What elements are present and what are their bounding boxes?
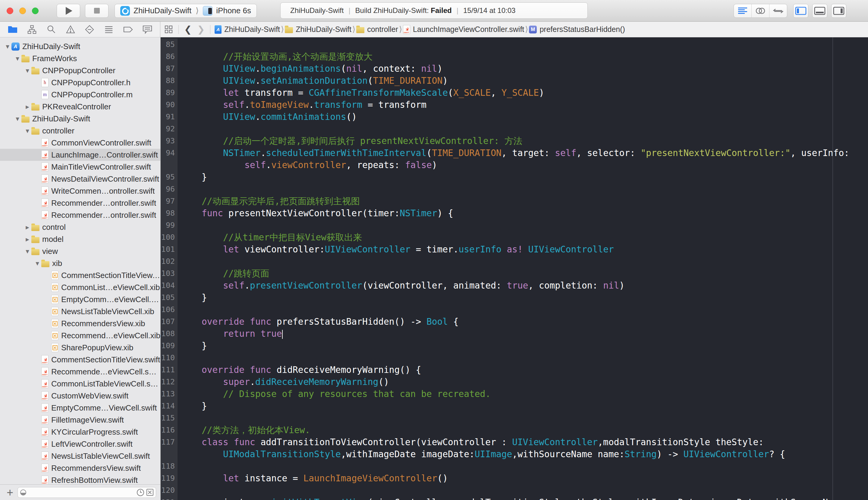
tree-row[interactable]: CommentSectionTitleView.xib (0, 269, 160, 281)
go-forward-button[interactable]: ❯ (196, 24, 206, 35)
code-line[interactable]: 91 UIView.commitAnimations() (160, 111, 868, 123)
tree-row[interactable]: ▾ xib (0, 257, 160, 269)
tree-row[interactable]: ▾ controller (0, 125, 160, 137)
code-line[interactable]: 115 (160, 412, 868, 424)
recent-files-icon[interactable] (137, 489, 144, 496)
tree-row[interactable]: Recommend…eViewCell.xib (0, 330, 160, 342)
tree-row[interactable]: SWIFT Recommender…ontroller.swift (0, 197, 160, 209)
filter-input[interactable] (29, 488, 134, 497)
tree-row[interactable]: SWIFT NewsDetailViewController.swift (0, 173, 160, 185)
code-area[interactable]: 8586 //开始设置动画,这个动画是渐变放大87 UIView.beginAn… (160, 37, 868, 500)
disclosure-triangle[interactable]: ▾ (33, 259, 41, 268)
assistant-editor-button[interactable] (752, 4, 769, 18)
code-line[interactable]: self.viewController, repeats: false) (160, 159, 868, 171)
zoom-button[interactable] (32, 8, 38, 14)
tree-row[interactable]: SWIFT CommonViewController.swift (0, 137, 160, 149)
line-number[interactable]: 105 (160, 292, 178, 304)
line-number[interactable]: 106 (160, 304, 178, 316)
code-line[interactable]: 90 self.toImageView.transform = transfor… (160, 99, 868, 111)
disclosure-triangle[interactable]: ▾ (13, 115, 21, 123)
tree-row[interactable]: SWIFT LeftViewController.swift (0, 438, 160, 450)
code-line[interactable]: 116 //类方法，初始化本View. (160, 424, 868, 436)
tree-row[interactable]: ▾ view (0, 245, 160, 257)
code-line[interactable]: 85 (160, 38, 868, 50)
code-line[interactable]: UIModalTransitionStyle,withImageDate ima… (160, 448, 868, 460)
line-number[interactable]: 91 (160, 111, 178, 123)
tree-row[interactable]: ▾ A ZhiHuDaily-Swift (0, 41, 160, 53)
code-line[interactable]: 105 } (160, 292, 868, 304)
line-number[interactable]: 109 (160, 340, 178, 352)
scheme-selector[interactable]: ZhiHuDaily-Swift ⟩ iPhone 6s (114, 4, 257, 18)
tree-row[interactable]: CommonList…eViewCell.xib (0, 281, 160, 293)
code-line[interactable]: 120 (160, 484, 868, 496)
minimize-button[interactable] (19, 8, 26, 14)
breadcrumb-item[interactable]: MprefersStatusBarHidden() (529, 25, 625, 34)
tree-row[interactable]: NewsListTableViewCell.xib (0, 305, 160, 317)
toggle-navigator-button[interactable] (793, 4, 808, 18)
line-number[interactable]: 98 (160, 207, 178, 219)
tree-row[interactable]: SWIFT Recommende…eViewCell.swift (0, 366, 160, 378)
line-number[interactable]: 113 (160, 388, 178, 400)
code-line[interactable]: 92 (160, 123, 868, 135)
disclosure-triangle[interactable]: ▾ (23, 127, 31, 135)
search-navigator-tab[interactable] (46, 24, 57, 35)
line-number[interactable]: 104 (160, 280, 178, 292)
line-number[interactable]: 90 (160, 99, 178, 111)
line-number[interactable]: 85 (160, 38, 178, 50)
code-line[interactable]: 89 let transform = CGAffineTransformMake… (160, 87, 868, 99)
line-number[interactable]: 96 (160, 183, 178, 195)
filter-field[interactable] (18, 487, 156, 498)
line-number[interactable]: 111 (160, 364, 178, 376)
line-number[interactable]: 99 (160, 219, 178, 231)
code-line[interactable]: 108 return true (160, 328, 868, 340)
code-line[interactable]: 119 let instance = LaunchImageViewContro… (160, 472, 868, 484)
breadcrumb-item[interactable]: SWIFTLaunchImageViewController.swift (403, 25, 524, 34)
tree-row[interactable]: SWIFT CustomWebView.swift (0, 390, 160, 402)
code-line[interactable]: 109 } (160, 340, 868, 352)
breadcrumb-item[interactable]: controller (356, 25, 398, 34)
line-number[interactable]: 102 (160, 255, 178, 268)
line-number[interactable]: 94 (160, 147, 178, 159)
line-number[interactable]: 92 (160, 123, 178, 135)
code-line[interactable]: 87 UIView.beginAnimations(nil, context: … (160, 62, 868, 75)
code-line[interactable]: 100 //从timer中把目标View获取出来 (160, 231, 868, 243)
tree-row[interactable]: ▸ control (0, 221, 160, 233)
line-number[interactable]: 121 (160, 496, 178, 500)
line-number[interactable]: 97 (160, 195, 178, 207)
code-line[interactable]: 102 (160, 255, 868, 268)
tree-row[interactable]: SWIFT NewsListTableViewCell.swift (0, 450, 160, 462)
line-number[interactable]: 118 (160, 460, 178, 472)
code-line[interactable]: 118 (160, 460, 868, 472)
breadcrumb-item[interactable]: ZhiHuDaily-Swift (285, 25, 352, 34)
line-number[interactable]: 89 (160, 87, 178, 99)
line-number[interactable]: 101 (160, 243, 178, 255)
disclosure-triangle[interactable]: ▾ (23, 247, 31, 255)
tree-row[interactable]: ▾ ZhiHuDaily-Swift (0, 113, 160, 125)
tree-row[interactable]: SWIFT EmptyComme…ViewCell.swift (0, 402, 160, 414)
code-line[interactable]: 114 } (160, 400, 868, 412)
tree-row[interactable]: SWIFT Recommender…ontroller.swift (0, 209, 160, 221)
code-line[interactable]: 121 instance.initWithTargetView(viewCont… (160, 496, 868, 500)
tree-row[interactable]: SWIFT CommentSectionTitleView.swift (0, 354, 160, 366)
project-navigator-tab[interactable] (7, 24, 18, 35)
version-editor-button[interactable] (769, 4, 787, 18)
scm-status-icon[interactable] (146, 489, 153, 496)
run-button[interactable] (57, 4, 80, 18)
code-line[interactable]: 99 (160, 219, 868, 231)
line-number[interactable]: 110 (160, 352, 178, 364)
disclosure-triangle[interactable]: ▾ (23, 67, 31, 75)
tree-row[interactable]: SharePopupView.xib (0, 342, 160, 354)
tree-row[interactable]: SWIFT CommonListTableViewCell.swift (0, 378, 160, 390)
code-line[interactable]: 106 (160, 304, 868, 316)
tree-row[interactable]: ▸ PKRevealController (0, 101, 160, 113)
code-line[interactable]: 86 //开始设置动画,这个动画是渐变放大 (160, 50, 868, 62)
code-line[interactable]: 97 //动画显示完毕后,把页面跳转到主视图 (160, 195, 868, 207)
line-number[interactable]: 103 (160, 268, 178, 280)
code-line[interactable]: 98 func presentNextViewController(timer:… (160, 207, 868, 219)
line-number[interactable]: 100 (160, 231, 178, 243)
test-navigator-tab[interactable] (84, 24, 95, 35)
code-line[interactable]: 117 class func addTransitionToViewContro… (160, 436, 868, 448)
toggle-inspector-button[interactable] (831, 4, 846, 18)
code-line[interactable]: 110 (160, 352, 868, 364)
code-line[interactable]: 113 // Dispose of any resources that can… (160, 388, 868, 400)
